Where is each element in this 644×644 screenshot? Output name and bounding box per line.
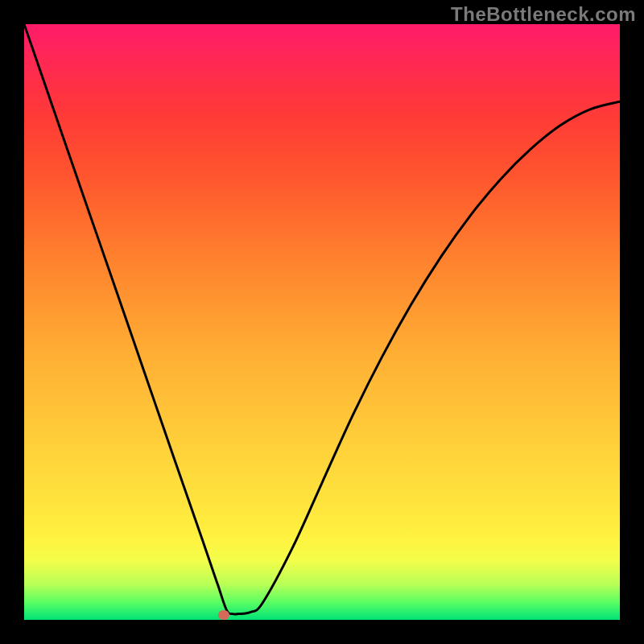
plot-area [24,24,620,620]
bottleneck-curve-path [24,24,620,614]
curve-svg [24,24,620,620]
optimal-point-marker [218,610,229,620]
chart-frame: TheBottleneck.com [0,0,644,644]
watermark-text: TheBottleneck.com [451,3,636,26]
